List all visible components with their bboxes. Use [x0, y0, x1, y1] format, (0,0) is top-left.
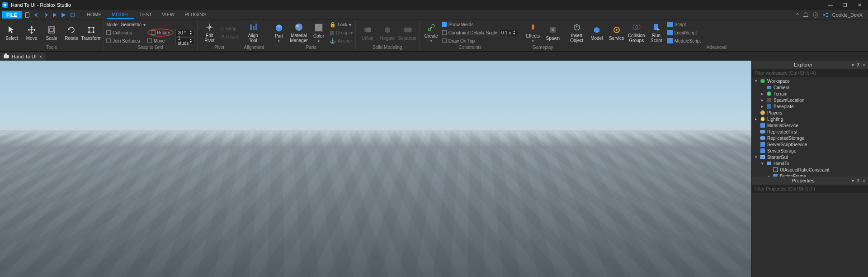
scale-button[interactable]: Scale — [42, 21, 61, 44]
menu-tab-plugins[interactable]: PLUGINS — [180, 11, 211, 19]
model-button[interactable]: Model — [588, 21, 606, 44]
tree-node[interactable]: ▸ButtonFrame — [752, 173, 868, 177]
effects-button[interactable]: Effects▾ — [524, 21, 542, 44]
document-tab[interactable]: Hand To UI × — [0, 53, 46, 61]
share-icon[interactable] — [822, 12, 829, 18]
pin-icon[interactable]: ⊼ — [857, 178, 860, 183]
close-tab-icon[interactable]: × — [39, 54, 42, 59]
move-button[interactable]: Move — [23, 21, 41, 44]
svg-point-21 — [88, 31, 90, 33]
viewport-3d[interactable] — [0, 61, 751, 277]
collision-groups-button[interactable]: Collision Groups — [627, 21, 646, 44]
explorer-header[interactable]: Explorer ▾⊼× — [752, 61, 868, 69]
join-surfaces-checkbox[interactable]: Join Surfaces — [106, 37, 146, 44]
material-manager-button[interactable]: Material Manager — [290, 21, 308, 44]
tree-node[interactable]: ▾HandTo — [752, 160, 868, 167]
undo-icon[interactable] — [33, 12, 40, 18]
service-button[interactable]: Service — [608, 21, 626, 44]
tree-node[interactable]: ▾Workspace — [752, 78, 868, 84]
tree-node[interactable]: ServerScriptService — [752, 141, 868, 148]
panel-menu-icon[interactable]: ▾ — [852, 178, 854, 183]
union-button[interactable]: Union — [359, 21, 377, 44]
help-icon[interactable]: ? — [812, 12, 819, 18]
tree-node[interactable]: UIAspectRatioConstraint — [752, 167, 868, 173]
group-gameplay: Effects▾ Spawn Gameplay — [521, 20, 565, 51]
minimize-button[interactable]: — — [824, 1, 837, 9]
menu-tab-model[interactable]: MODEL — [107, 11, 134, 19]
move-snap-checkbox[interactable]: Move — [147, 37, 174, 44]
spawn-button[interactable]: Spawn — [544, 21, 562, 44]
explorer-filter-input[interactable]: Filter workspace (Ctrl+Shift+X) — [752, 69, 868, 77]
close-panel-icon[interactable]: × — [863, 178, 865, 183]
properties-header[interactable]: Properties ▾⊼× — [752, 177, 868, 185]
tree-node[interactable]: MaterialService — [752, 122, 868, 129]
color-button[interactable]: Color▾ — [310, 21, 328, 44]
edit-pivot-button[interactable]: Edit Pivot — [200, 21, 218, 44]
pin-icon[interactable]: ⊼ — [857, 62, 860, 67]
tree-node[interactable]: ▾StarterGui — [752, 154, 868, 160]
insert-object-button[interactable]: Insert Object — [568, 21, 586, 44]
svg-point-31 — [295, 24, 302, 31]
negate-button[interactable]: Negate — [378, 21, 396, 44]
constraint-scale-input[interactable]: 0.1 x▲▼ — [499, 29, 518, 36]
maximize-button[interactable]: ❐ — [838, 1, 852, 9]
tree-node[interactable]: Camera — [752, 84, 868, 91]
tree-node[interactable]: ReplicatedStorage — [752, 135, 868, 141]
new-icon[interactable] — [24, 12, 31, 18]
svg-point-50 — [636, 25, 640, 29]
draw-on-top-checkbox[interactable]: Draw On Top — [442, 37, 484, 44]
rotate-snap-checkbox[interactable]: Rotate — [147, 29, 174, 37]
group-button[interactable]: ▦Group▾ — [330, 29, 353, 36]
title-text: Hand To UI - Roblox Studio — [11, 2, 824, 8]
group-advanced: Insert Object Model Service Collision Gr… — [565, 20, 868, 51]
menubar: FILE HOMEMODELTESTVIEWPLUGINS ^ ? Cookie… — [0, 10, 868, 20]
transform-button[interactable]: Transform — [82, 21, 100, 44]
move-snap-input[interactable]: 1 studs▲▼ — [175, 37, 194, 44]
chevron-down-icon[interactable]: ▾ — [143, 22, 146, 27]
panel-menu-icon[interactable]: ▾ — [852, 62, 854, 67]
close-panel-icon[interactable]: × — [863, 62, 865, 67]
svg-rect-1 — [4, 4, 6, 6]
tree-node[interactable]: ReplicatedFirst — [752, 129, 868, 135]
localscript-button[interactable]: LocalScript — [667, 29, 701, 36]
modulescript-button[interactable]: ModuleScript — [667, 37, 701, 44]
mode-dropdown[interactable]: Geometric — [121, 22, 142, 27]
tree-node[interactable]: Players — [752, 110, 868, 116]
create-constraint-button[interactable]: Create▾ — [422, 21, 440, 44]
close-button[interactable]: ✕ — [853, 1, 866, 9]
anchor-button[interactable]: ⚓Anchor — [330, 37, 353, 44]
tree-node[interactable]: ServerStorage — [752, 148, 868, 154]
snap-pivot-button[interactable]: ◇Snap — [220, 25, 238, 32]
play-icon[interactable] — [52, 12, 58, 18]
properties-filter-input[interactable]: Filter Properties (Ctrl+Shift+P) — [752, 185, 868, 193]
notifications-icon[interactable] — [802, 12, 809, 18]
tree-node[interactable]: ▸SpawnLocation — [752, 97, 868, 103]
run-icon[interactable] — [70, 12, 76, 18]
menu-tab-home[interactable]: HOME — [82, 11, 106, 19]
collapse-ribbon-icon[interactable]: ^ — [797, 12, 799, 18]
redo-icon[interactable] — [42, 12, 49, 18]
constraint-details-checkbox[interactable]: Constraint Details — [442, 29, 484, 36]
tree-node[interactable]: ▸Terrain — [752, 91, 868, 97]
collisions-checkbox[interactable]: Collisions — [106, 29, 146, 36]
username[interactable]: Cookie_DevX — [832, 12, 863, 18]
explorer-tree[interactable]: ▾WorkspaceCamera▸Terrain▸SpawnLocation▸B… — [752, 77, 868, 177]
tree-node[interactable]: ▸Lighting — [752, 116, 868, 122]
lock-button[interactable]: 🔒Lock▾ — [330, 21, 353, 28]
select-button[interactable]: Select — [3, 21, 21, 44]
menu-tab-view[interactable]: VIEW — [157, 11, 179, 19]
script-button[interactable]: Script — [667, 21, 701, 28]
rotate-button[interactable]: Rotate — [62, 21, 80, 44]
tree-node[interactable]: ▸Baseplate — [752, 103, 868, 110]
run-script-button[interactable]: Run Script — [647, 21, 665, 44]
reset-pivot-button[interactable]: ↺Reset — [220, 33, 238, 40]
rotate-snap-input[interactable]: 30 °▲▼ — [175, 29, 194, 36]
align-tool-button[interactable]: Align Tool — [244, 21, 262, 44]
play-here-icon[interactable] — [61, 12, 67, 18]
file-menu[interactable]: FILE — [2, 11, 22, 19]
menu-tab-test[interactable]: TEST — [135, 11, 156, 19]
ribbon: Select Move Scale Rotate Transform Tools… — [0, 20, 868, 52]
show-welds-checkbox[interactable]: Show Welds — [442, 21, 484, 28]
separate-button[interactable]: Separate — [398, 21, 416, 44]
part-button[interactable]: Part▾ — [270, 21, 288, 44]
